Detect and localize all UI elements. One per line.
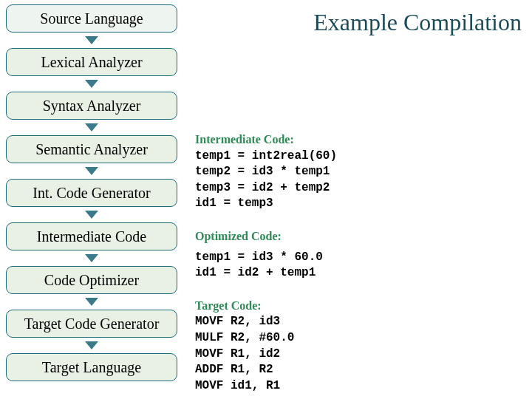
arrow-down-icon xyxy=(85,298,98,306)
arrow-down-icon xyxy=(85,341,98,349)
target-code: MOVF R2, id3 MULF R2, #60.0 MOVF R1, id2… xyxy=(195,314,513,394)
page-title: Example Compilation xyxy=(313,9,522,36)
intermediate-code: temp1 = int2real(60) temp2 = id3 * temp1… xyxy=(195,149,513,212)
target-heading: Target Code: xyxy=(195,298,513,314)
arrow-down-icon xyxy=(85,80,98,88)
optimized-code-block: Optimized Code: temp1 = id3 * 60.0 id1 =… xyxy=(195,228,513,282)
arrow-down-icon xyxy=(85,211,98,219)
arrow-down-icon xyxy=(85,254,98,262)
stage-int-code-generator: Int. Code Generator xyxy=(6,179,177,207)
target-code-block: Target Code: MOVF R2, id3 MULF R2, #60.0… xyxy=(195,298,513,395)
optimized-code: temp1 = id3 * 60.0 id1 = id2 + temp1 xyxy=(195,250,513,282)
stage-intermediate-code: Intermediate Code xyxy=(6,222,177,250)
optimized-heading: Optimized Code: xyxy=(195,228,513,245)
code-examples-column: Intermediate Code: temp1 = int2real(60) … xyxy=(195,132,513,394)
arrow-down-icon xyxy=(85,123,98,132)
stage-target-code-generator: Target Code Generator xyxy=(6,310,177,338)
pipeline-column: Source Language Lexical Analyzer Syntax … xyxy=(6,4,177,381)
arrow-down-icon xyxy=(85,36,98,44)
stage-semantic-analyzer: Semantic Analyzer xyxy=(6,135,177,163)
stage-target-language: Target Language xyxy=(6,353,177,381)
stage-lexical-analyzer: Lexical Analyzer xyxy=(6,48,177,76)
arrow-down-icon xyxy=(85,167,98,175)
intermediate-heading: Intermediate Code: xyxy=(195,132,513,148)
stage-syntax-analyzer: Syntax Analyzer xyxy=(6,92,177,120)
stage-code-optimizer: Code Optimizer xyxy=(6,266,177,294)
stage-source-language: Source Language xyxy=(6,4,177,33)
intermediate-code-block: Intermediate Code: temp1 = int2real(60) … xyxy=(195,132,513,212)
